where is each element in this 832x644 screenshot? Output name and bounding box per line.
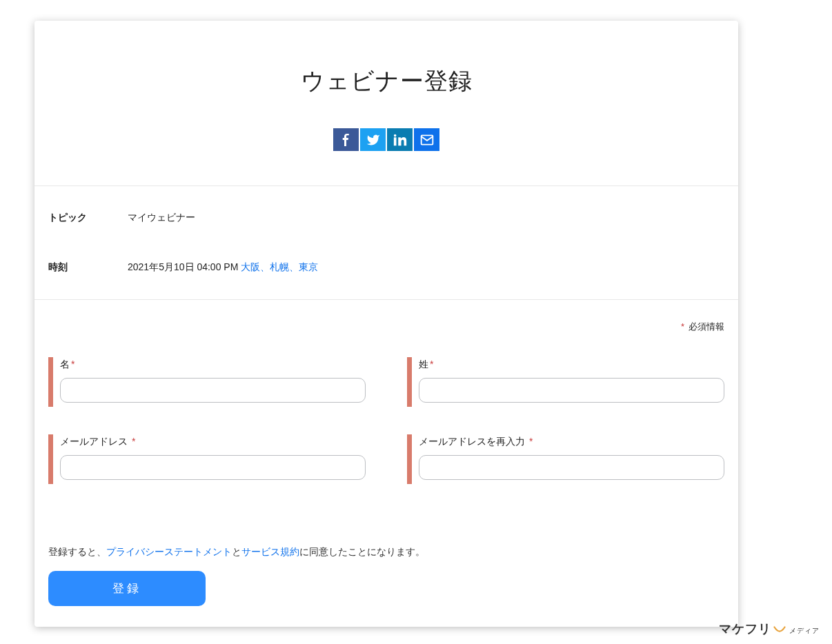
page-title: ウェビナー登録 — [48, 66, 724, 97]
required-text: 必須情報 — [689, 321, 724, 332]
footer-brand: マケフリ — [719, 621, 771, 637]
info-section: トピック マイウェビナー 時刻 2021年5月10日 04:00 PM 大阪、札… — [34, 186, 738, 300]
twitter-icon[interactable] — [360, 128, 386, 151]
email-confirm-field-wrapper: メールアドレスを再入力 * — [407, 434, 724, 484]
topic-value: マイウェビナー — [128, 212, 195, 224]
social-share-row — [48, 128, 724, 151]
smile-icon — [773, 625, 786, 635]
email-confirm-label: メールアドレスを再入力 * — [419, 436, 724, 448]
required-note: *必須情報 — [48, 314, 724, 357]
timezone-link[interactable]: 大阪、札幌、東京 — [241, 261, 318, 272]
time-label: 時刻 — [48, 261, 128, 274]
time-text: 2021年5月10日 04:00 PM — [128, 261, 241, 272]
last-name-input[interactable] — [419, 378, 724, 403]
footer-sub: メディア — [789, 626, 820, 636]
email-confirm-input[interactable] — [419, 455, 724, 480]
consent-section: 登録すると、プライバシーステートメントとサービス規約に同意したことになります。 — [34, 546, 738, 559]
consent-text: 登録すると、プライバシーステートメントとサービス規約に同意したことになります。 — [48, 546, 724, 559]
linkedin-icon[interactable] — [387, 128, 413, 151]
required-star: * — [681, 321, 684, 332]
facebook-icon[interactable] — [333, 128, 359, 151]
email-icon[interactable] — [414, 128, 439, 151]
privacy-link[interactable]: プライバシーステートメント — [106, 546, 232, 557]
form-section: *必須情報 名* 姓* メールアドレス * — [34, 300, 738, 484]
first-name-field: 名* — [48, 357, 366, 407]
first-name-label: 名* — [60, 359, 366, 371]
submit-button[interactable]: 登録 — [48, 571, 206, 606]
form-grid: 名* 姓* メールアドレス * メールアドレスを再入力 * — [48, 357, 724, 484]
topic-label: トピック — [48, 212, 128, 224]
email-field-wrapper: メールアドレス * — [48, 434, 366, 484]
first-name-input[interactable] — [60, 378, 366, 403]
last-name-label: 姓* — [419, 359, 724, 371]
last-name-field: 姓* — [407, 357, 724, 407]
registration-card: ウェビナー登録 トピック マイウェビナー 時刻 2021年5月10日 04:00… — [34, 21, 738, 627]
time-value: 2021年5月10日 04:00 PM 大阪、札幌、東京 — [128, 261, 318, 274]
header: ウェビナー登録 — [34, 21, 738, 186]
tos-link[interactable]: サービス規約 — [241, 546, 299, 557]
email-label: メールアドレス * — [60, 436, 366, 448]
topic-row: トピック マイウェビナー — [48, 203, 724, 232]
email-input[interactable] — [60, 455, 366, 480]
footer-logo: マケフリ メディア — [719, 621, 820, 637]
time-row: 時刻 2021年5月10日 04:00 PM 大阪、札幌、東京 — [48, 253, 724, 282]
